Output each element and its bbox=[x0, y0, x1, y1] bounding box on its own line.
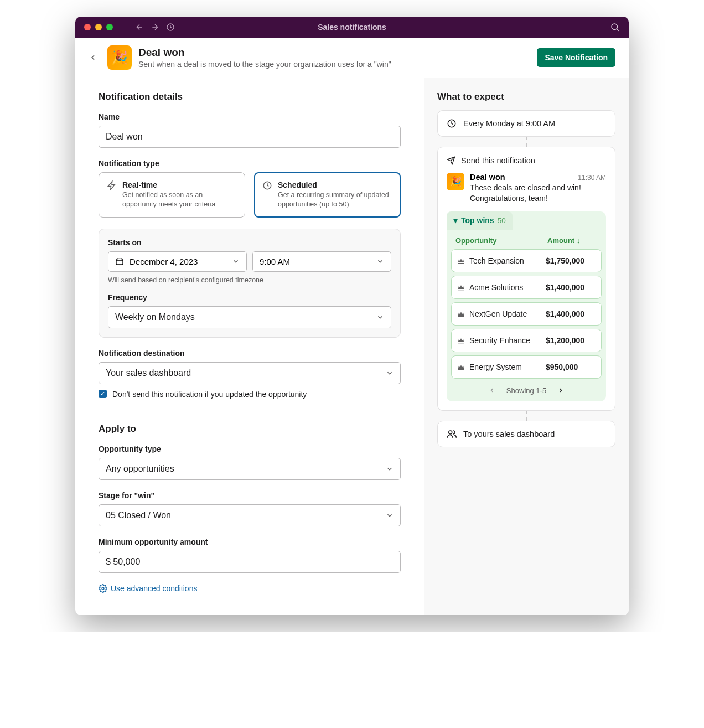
connector-line bbox=[526, 411, 527, 421]
min-amount-input[interactable] bbox=[99, 551, 401, 573]
crown-icon bbox=[457, 310, 465, 318]
date-picker[interactable]: December 4, 2023 bbox=[108, 251, 247, 272]
clock-schedule-icon bbox=[262, 180, 272, 209]
pager: Showing 1-5 bbox=[451, 382, 602, 397]
preview-message: 🎉 Deal won 11:30 AM These deals are clos… bbox=[447, 173, 606, 204]
table-row[interactable]: Energy System $950,000 bbox=[451, 355, 602, 379]
lightning-icon bbox=[107, 180, 117, 209]
caret-down-icon: ▾ bbox=[453, 215, 458, 226]
pager-prev-button[interactable] bbox=[489, 387, 495, 394]
type-field: Notification type Real-time Get notified… bbox=[99, 159, 401, 218]
type-label: Notification type bbox=[99, 159, 401, 168]
preview-title: Deal won bbox=[470, 173, 505, 182]
divider bbox=[99, 411, 401, 411]
chevron-down-icon bbox=[232, 257, 240, 265]
col-opportunity: Opportunity bbox=[455, 236, 547, 245]
stage-value: 05 Closed / Won bbox=[106, 510, 171, 520]
scheduled-option[interactable]: Scheduled Get a recurring summary of upd… bbox=[254, 172, 401, 218]
page-subtitle: Sent when a deal is moved to the stage y… bbox=[138, 60, 391, 69]
back-button[interactable] bbox=[89, 53, 97, 62]
opportunity-amount: $1,400,000 bbox=[546, 283, 596, 292]
chevron-down-icon bbox=[386, 369, 394, 377]
svg-point-4 bbox=[102, 587, 104, 590]
table-row[interactable]: Acme Solutions $1,400,000 bbox=[451, 276, 602, 299]
opportunity-type-select[interactable]: Any opportunities bbox=[99, 458, 401, 480]
svg-point-6 bbox=[449, 431, 452, 434]
titlebar: Sales notifications bbox=[75, 17, 629, 38]
notification-preview: Send this notification 🎉 Deal won 11:30 … bbox=[437, 147, 615, 411]
time-value: 9:00 AM bbox=[260, 257, 290, 266]
schedule-summary-card: Every Monday at 9:00 AM bbox=[437, 110, 615, 137]
chevron-down-icon bbox=[386, 465, 394, 473]
search-button[interactable] bbox=[610, 22, 620, 32]
col-amount[interactable]: Amount ↓ bbox=[547, 236, 597, 245]
nav-back-button[interactable] bbox=[135, 23, 144, 32]
crown-icon bbox=[457, 283, 465, 291]
frequency-select[interactable]: Weekly on Mondays bbox=[108, 306, 391, 328]
clock-icon bbox=[447, 118, 457, 128]
min-amount-field: Minimum opportunity amount bbox=[99, 538, 401, 573]
page-title: Deal won bbox=[138, 47, 391, 59]
destination-select[interactable]: Your sales dashboard bbox=[99, 362, 401, 384]
advanced-conditions-link[interactable]: Use advanced conditions bbox=[99, 584, 401, 593]
maximize-window-button[interactable] bbox=[106, 24, 113, 30]
name-label: Name bbox=[99, 112, 401, 121]
stage-field: Stage for "win" 05 Closed / Won bbox=[99, 491, 401, 526]
connector-line bbox=[526, 137, 527, 147]
crown-icon bbox=[457, 363, 465, 371]
wins-rows: Tech Expansion $1,750,000 Acme Solutions… bbox=[451, 249, 602, 379]
suppress-self-checkbox[interactable]: ✓ Don't send this notification if you up… bbox=[99, 390, 401, 399]
name-input[interactable] bbox=[99, 126, 401, 148]
apply-to-title: Apply to bbox=[99, 424, 401, 435]
date-value: December 4, 2023 bbox=[130, 257, 198, 266]
notification-details-title: Notification details bbox=[99, 91, 401, 102]
opportunity-name: NextGen Update bbox=[469, 309, 527, 318]
stage-select[interactable]: 05 Closed / Won bbox=[99, 504, 401, 526]
gear-icon bbox=[99, 584, 107, 593]
svg-rect-3 bbox=[116, 259, 123, 265]
min-amount-label: Minimum opportunity amount bbox=[99, 538, 401, 546]
right-column: What to expect Every Monday at 9:00 AM S… bbox=[424, 78, 629, 615]
history-button[interactable] bbox=[166, 23, 175, 32]
schedule-box: Starts on December 4, 2023 bbox=[99, 229, 401, 338]
crown-icon bbox=[457, 337, 465, 344]
opportunity-amount: $1,200,000 bbox=[546, 336, 596, 345]
destination-summary-card: To yours sales dashboard bbox=[437, 421, 615, 447]
pager-text: Showing 1-5 bbox=[506, 386, 546, 395]
minimize-window-button[interactable] bbox=[95, 24, 102, 30]
advanced-link-text: Use advanced conditions bbox=[111, 584, 197, 593]
opportunity-name: Tech Expansion bbox=[469, 256, 524, 265]
party-popper-icon: 🎉 bbox=[447, 173, 464, 190]
wins-title: Top wins bbox=[461, 216, 494, 225]
close-window-button[interactable] bbox=[84, 24, 91, 30]
preview-header: Send this notification bbox=[447, 156, 606, 165]
wins-headers: Opportunity Amount ↓ bbox=[451, 233, 602, 249]
table-row[interactable]: NextGen Update $1,400,000 bbox=[451, 302, 602, 326]
save-notification-button[interactable]: Save Notification bbox=[537, 48, 615, 67]
realtime-title: Real-time bbox=[122, 180, 237, 189]
table-row[interactable]: Security Enhance $1,200,000 bbox=[451, 329, 602, 352]
pager-next-button[interactable] bbox=[557, 387, 564, 394]
nav-arrows bbox=[135, 23, 175, 32]
nav-forward-button[interactable] bbox=[151, 23, 159, 32]
destination-summary-text: To yours sales dashboard bbox=[463, 430, 555, 438]
send-icon bbox=[447, 156, 455, 165]
schedule-summary-text: Every Monday at 9:00 AM bbox=[463, 119, 555, 128]
opportunity-name: Energy System bbox=[469, 363, 522, 371]
realtime-option[interactable]: Real-time Get notified as soon as an opp… bbox=[99, 172, 245, 218]
opportunity-type-label: Opportunity type bbox=[99, 445, 401, 453]
window-title: Sales notifications bbox=[318, 23, 386, 32]
opportunity-amount: $1,400,000 bbox=[546, 309, 596, 318]
users-icon bbox=[447, 429, 457, 439]
destination-value: Your sales dashboard bbox=[106, 368, 191, 378]
preview-text: These deals are closed and win! Congratu… bbox=[470, 183, 606, 204]
time-picker[interactable]: 9:00 AM bbox=[252, 251, 391, 272]
table-row[interactable]: Tech Expansion $1,750,000 bbox=[451, 249, 602, 272]
opportunity-name: Acme Solutions bbox=[469, 283, 523, 292]
stage-label: Stage for "win" bbox=[99, 491, 401, 500]
starts-on-label: Starts on bbox=[108, 238, 391, 247]
suppress-label: Don't send this notification if you upda… bbox=[112, 390, 307, 399]
top-wins-tab[interactable]: ▾ Top wins 50 bbox=[447, 211, 513, 230]
top-wins-box: ▾ Top wins 50 Opportunity Amount ↓ Tech … bbox=[447, 211, 606, 401]
opportunity-amount: $1,750,000 bbox=[546, 256, 596, 265]
